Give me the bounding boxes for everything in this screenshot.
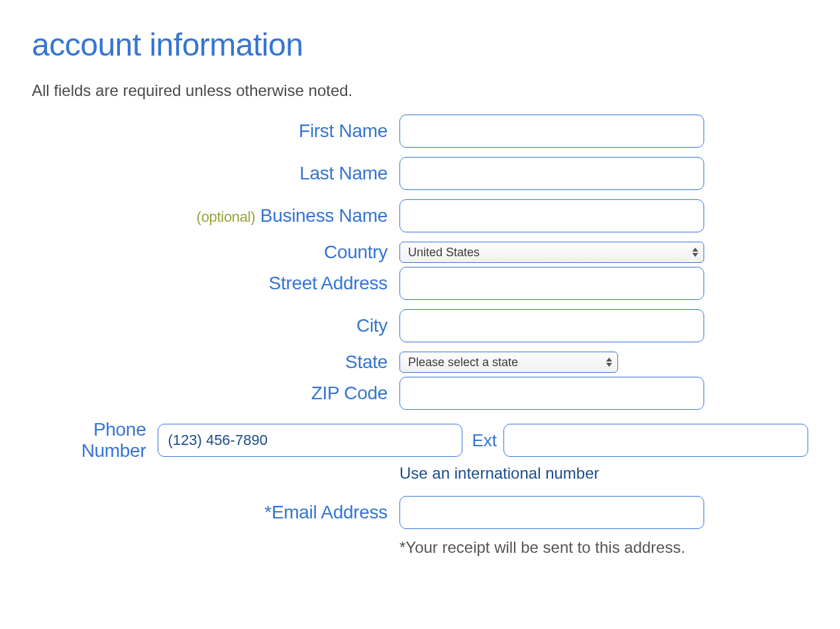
- phone-label: Phone Number: [32, 419, 158, 461]
- optional-tag: (optional): [197, 209, 256, 225]
- email-label: *Email Address: [32, 502, 399, 523]
- city-label: City: [32, 315, 399, 336]
- chevron-up-down-icon: [692, 248, 698, 257]
- first-name-label: First Name: [32, 121, 399, 142]
- country-select[interactable]: United States: [399, 242, 704, 263]
- chevron-up-down-icon: [606, 358, 612, 367]
- street-address-label: Street Address: [32, 273, 399, 294]
- business-name-input[interactable]: [399, 199, 704, 232]
- email-footnote: *Your receipt will be sent to this addre…: [399, 538, 808, 557]
- first-name-input[interactable]: [399, 115, 704, 148]
- required-note: All fields are required unless otherwise…: [32, 81, 808, 100]
- email-input[interactable]: [399, 496, 704, 529]
- ext-label: Ext: [472, 430, 497, 451]
- city-input[interactable]: [399, 309, 704, 342]
- country-select-value: United States: [408, 246, 480, 260]
- phone-input[interactable]: [158, 424, 462, 457]
- zip-input[interactable]: [399, 377, 704, 410]
- state-select[interactable]: Please select a state: [399, 352, 618, 373]
- country-label: Country: [32, 242, 399, 263]
- page-title: account information: [32, 26, 808, 63]
- last-name-input[interactable]: [399, 157, 704, 190]
- zip-label: ZIP Code: [32, 383, 399, 404]
- street-address-input[interactable]: [399, 267, 704, 300]
- international-number-link[interactable]: Use an international number: [399, 464, 600, 482]
- state-label: State: [32, 352, 399, 373]
- state-select-value: Please select a state: [408, 356, 518, 369]
- business-name-label: (optional) Business Name: [32, 205, 399, 226]
- last-name-label: Last Name: [32, 163, 399, 184]
- ext-input[interactable]: [503, 424, 808, 457]
